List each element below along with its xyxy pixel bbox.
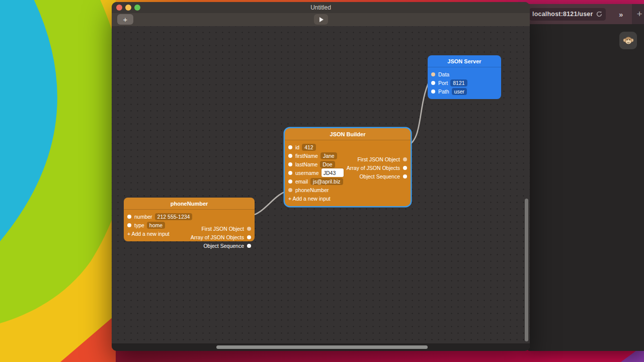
node-title[interactable]: JSON Server <box>428 55 501 67</box>
input-port-type[interactable] <box>127 223 131 227</box>
node-phonenumber[interactable]: phoneNumber number 212 555-1234 type hom… <box>124 198 255 241</box>
input-value-id[interactable]: 412 <box>302 144 316 151</box>
input-port-username[interactable] <box>288 171 292 175</box>
window-title: Untitled <box>310 4 331 11</box>
input-label: number <box>134 214 152 220</box>
wire-phone-to-builder <box>249 190 290 217</box>
output-label: Array of JSON Objects <box>347 165 400 171</box>
builder-output-array: Array of JSON Objects <box>338 163 411 172</box>
input-label: firstName <box>295 153 318 159</box>
phone-output-first-json-object: First JSON Object <box>179 224 255 233</box>
monkey-face-icon <box>623 35 634 46</box>
input-port-port[interactable] <box>431 81 435 85</box>
input-port-number[interactable] <box>127 215 131 219</box>
input-label: phoneNumber <box>295 187 329 193</box>
browser-content <box>526 24 644 351</box>
traffic-lights <box>116 2 140 13</box>
input-port-firstname[interactable] <box>288 154 292 158</box>
title-bar[interactable]: Untitled <box>112 2 530 13</box>
input-label: Port <box>438 80 448 86</box>
zoom-button[interactable] <box>134 5 140 11</box>
phone-output-array: Array of JSON Objects <box>179 233 255 241</box>
add-input-button[interactable]: + Add a new input <box>285 194 411 203</box>
input-value-firstname[interactable]: Jane <box>320 152 337 159</box>
output-port-array[interactable] <box>403 166 407 170</box>
horizontal-scrollbar-track <box>112 343 530 351</box>
output-port-sequence[interactable] <box>403 174 407 178</box>
output-port-array[interactable] <box>247 235 251 239</box>
input-label: email <box>295 178 308 185</box>
phone-output-sequence: Object Sequence <box>179 241 255 250</box>
desktop: localhost:8121/user » + <box>0 0 644 362</box>
input-port-email[interactable] <box>288 179 292 184</box>
server-row-port: Port 8121 <box>428 78 501 87</box>
builder-row-phonenumber: phoneNumber <box>285 186 411 194</box>
vertical-scrollbar[interactable] <box>525 199 528 341</box>
builder-output-sequence: Object Sequence <box>338 172 411 180</box>
builder-output-first-json-object: First JSON Object <box>338 155 411 163</box>
input-port-phonenumber[interactable] <box>288 188 292 192</box>
input-port-id[interactable] <box>288 145 292 149</box>
input-port-path[interactable] <box>431 89 435 94</box>
output-label: First JSON Object <box>357 156 400 162</box>
input-value-port[interactable]: 8121 <box>450 79 467 86</box>
input-label: id <box>295 144 299 150</box>
browser-window: localhost:8121/user » + <box>526 4 644 351</box>
input-label: lastName <box>295 161 317 167</box>
output-label: Array of JSON Objects <box>191 234 244 240</box>
node-json-builder[interactable]: JSON Builder id 412 firstName Jane la <box>285 128 411 206</box>
new-tab-button[interactable]: + <box>632 4 644 24</box>
node-json-server[interactable]: JSON Server Data Port 8121 Path user <box>428 55 501 99</box>
server-row-path: Path user <box>428 87 501 96</box>
input-label: type <box>134 222 144 228</box>
input-label: Path <box>438 88 449 95</box>
minimize-button[interactable] <box>125 5 131 11</box>
close-button[interactable] <box>116 5 122 11</box>
editor-window: Untitled + JSON Server Data <box>112 2 530 351</box>
play-icon <box>319 17 324 22</box>
input-value-type[interactable]: home <box>147 222 165 229</box>
input-port-data[interactable] <box>431 72 435 76</box>
node-title[interactable]: JSON Builder <box>285 128 411 140</box>
input-port-lastname[interactable] <box>288 162 292 166</box>
output-label: Object Sequence <box>203 243 244 249</box>
output-port-first-json-object[interactable] <box>247 227 251 231</box>
node-title[interactable]: phoneNumber <box>124 198 255 210</box>
builder-row-id: id 412 <box>285 143 411 151</box>
run-button[interactable] <box>314 14 328 25</box>
input-label: username <box>295 170 319 176</box>
node-canvas[interactable]: JSON Server Data Port 8121 Path user <box>112 26 530 343</box>
output-label: First JSON Object <box>201 226 244 232</box>
input-value-lastname[interactable]: Doe <box>320 161 335 168</box>
input-value-path[interactable]: user <box>452 88 467 95</box>
output-port-first-json-object[interactable] <box>403 157 407 161</box>
add-node-button[interactable]: + <box>117 14 133 25</box>
server-row-data: Data <box>428 70 501 78</box>
url-field[interactable]: localhost:8121/user <box>529 8 606 21</box>
output-port-sequence[interactable] <box>247 244 251 248</box>
monkey-extension-button[interactable] <box>619 32 637 49</box>
browser-toolbar: localhost:8121/user » + <box>526 4 644 24</box>
toolbar: + <box>112 13 530 26</box>
input-value-number[interactable]: 212 555-1234 <box>155 213 193 220</box>
overflow-chevrons-icon[interactable]: » <box>619 10 622 19</box>
phone-row-number: number 212 555-1234 <box>124 212 255 221</box>
horizontal-scrollbar[interactable] <box>216 345 428 349</box>
input-label: Data <box>438 71 449 77</box>
output-label: Object Sequence <box>359 173 400 179</box>
url-text[interactable]: localhost:8121/user <box>532 11 596 18</box>
reload-icon[interactable] <box>596 11 603 18</box>
wallpaper-left <box>0 0 131 362</box>
